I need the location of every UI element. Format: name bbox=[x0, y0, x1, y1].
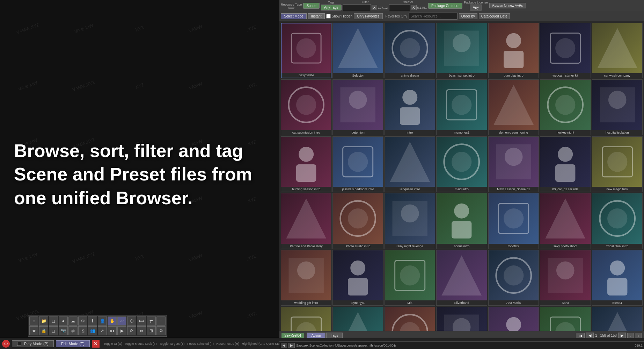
tool-new-button[interactable]: ◻ bbox=[49, 316, 58, 326]
grid-item[interactable]: new magic trick bbox=[592, 136, 643, 192]
filter-bar: Resource Type Scene Tags Any Tags Filter… bbox=[279, 0, 644, 21]
package-creators-button[interactable]: Package Creators bbox=[428, 3, 462, 9]
tool-play-button[interactable]: ▶ bbox=[117, 326, 126, 335]
grid-item[interactable]: anime dream bbox=[385, 23, 435, 78]
rescan-button[interactable]: Rescan for new VARs bbox=[489, 3, 526, 8]
tool-swap-button[interactable]: ⇄ bbox=[147, 316, 156, 326]
tool-info-button[interactable]: ℹ bbox=[88, 316, 97, 326]
grid-item[interactable]: webcam starter kit bbox=[540, 23, 591, 78]
tool-lock-button[interactable]: 🔒 bbox=[39, 326, 48, 335]
grid-area[interactable]: SexySet04Selectoranime dreambeach sunset… bbox=[279, 21, 644, 331]
grid-item[interactable]: jessika's bedroom intro bbox=[332, 136, 383, 192]
order-by-button[interactable]: Order by bbox=[459, 13, 477, 19]
status-next-button[interactable]: ▶ bbox=[288, 343, 295, 348]
grid-item[interactable]: car wash company bbox=[592, 23, 643, 78]
grid-item[interactable] bbox=[385, 307, 435, 331]
grid-item[interactable] bbox=[488, 307, 539, 331]
grid-item[interactable]: Sana bbox=[540, 250, 591, 306]
grid-item[interactable]: bonus intro bbox=[436, 193, 487, 249]
grid-item[interactable]: Ana Maria bbox=[488, 250, 539, 306]
status-prev-button[interactable]: ◀ bbox=[281, 343, 287, 348]
show-hidden-label: Show Hidden bbox=[326, 14, 352, 19]
svg-marker-2 bbox=[338, 28, 378, 68]
tool-transform-button[interactable]: ⬡ bbox=[127, 316, 136, 326]
power-button[interactable]: ⏻ bbox=[2, 340, 10, 348]
license-value-button[interactable]: Any bbox=[470, 5, 482, 10]
scene-filter-button[interactable]: Scene bbox=[303, 3, 319, 9]
tool-menu-button[interactable]: ≡ bbox=[29, 316, 38, 326]
tool-star-button[interactable]: ★ bbox=[29, 326, 38, 335]
tool-rewind-button[interactable]: ⏮ bbox=[108, 326, 117, 335]
select-mode-button[interactable]: Select Mode bbox=[281, 13, 307, 19]
creator-filter-clear-button[interactable]: X bbox=[411, 5, 417, 10]
tool-resize-button[interactable]: ⤢ bbox=[98, 326, 107, 335]
grid-item[interactable]: hospital isolation bbox=[592, 79, 643, 135]
tool-refresh-button[interactable]: ⟳ bbox=[127, 326, 136, 335]
filter-clear-button[interactable]: X bbox=[372, 5, 378, 10]
search-resource-input[interactable] bbox=[409, 13, 458, 20]
tool-cloud-button[interactable]: ☁ bbox=[68, 316, 78, 326]
instant-button[interactable]: Instant bbox=[308, 13, 325, 19]
tool-add-button[interactable]: + bbox=[156, 316, 166, 326]
grid-item[interactable] bbox=[281, 307, 331, 331]
edit-mode-button[interactable]: Edit Mode (E) bbox=[56, 340, 90, 347]
grid-item[interactable]: Silverhand bbox=[436, 250, 487, 306]
grid-item[interactable]: wedding gift intro bbox=[281, 250, 331, 306]
grid-item[interactable]: Synergy1 bbox=[332, 250, 383, 306]
grid-item[interactable]: Selector bbox=[332, 23, 383, 78]
tool-config-button[interactable]: ⚙ bbox=[156, 326, 166, 335]
close-button[interactable]: ✕ bbox=[92, 340, 100, 348]
grid-item[interactable] bbox=[332, 307, 383, 331]
only-favorites-button[interactable]: Only Favorites bbox=[354, 13, 382, 19]
tool-copy-button[interactable]: ⎘ bbox=[78, 326, 87, 335]
grid-item[interactable]: memories1 bbox=[436, 79, 487, 135]
tool-grid-button[interactable]: ⊞ bbox=[147, 326, 156, 335]
grid-item[interactable] bbox=[540, 307, 591, 331]
tool-user-button[interactable]: 👤 bbox=[98, 316, 107, 326]
grid-item[interactable] bbox=[436, 307, 487, 331]
tool-cursor-button[interactable]: ↩ bbox=[117, 316, 126, 326]
grid-item[interactable]: Math Lesson_Scene 01 bbox=[488, 136, 539, 192]
creator-filter-input[interactable] bbox=[389, 4, 410, 11]
tool-settings-button[interactable]: ⚙ bbox=[78, 316, 87, 326]
tool-camera-button[interactable]: 📷 bbox=[59, 326, 68, 335]
grid-item[interactable]: Tribal ritual intro bbox=[592, 193, 643, 249]
grid-item[interactable]: robotUX bbox=[488, 193, 539, 249]
svg-point-10 bbox=[555, 38, 575, 58]
grid-item[interactable]: hockey night bbox=[540, 79, 591, 135]
grid-item[interactable]: Esme4 bbox=[592, 250, 643, 306]
tool-swap2-button[interactable]: ⇄ bbox=[68, 326, 78, 335]
grid-item[interactable]: Photo studio intro bbox=[332, 193, 383, 249]
catalogued-date-button[interactable]: Catalogued Date bbox=[479, 13, 510, 19]
grid-item[interactable]: intro bbox=[385, 79, 435, 135]
grid-item[interactable]: beach sunset intro bbox=[436, 23, 487, 78]
grid-item[interactable]: SexySet04 bbox=[281, 23, 331, 78]
watermark-cell: VAMW.XYZ bbox=[0, 0, 64, 65]
grid-item[interactable]: 03_car_01 car ride bbox=[540, 136, 591, 192]
tool-open-button[interactable]: 📁 bbox=[39, 316, 48, 326]
show-hidden-checkbox[interactable] bbox=[326, 14, 331, 19]
grid-item[interactable]: Mia bbox=[385, 250, 435, 306]
tool-group-button[interactable]: 👥 bbox=[88, 326, 97, 335]
resource-type-button[interactable] bbox=[288, 7, 294, 9]
grid-item[interactable]: hunting season intro bbox=[281, 136, 331, 192]
tool-select-button[interactable]: ◻ bbox=[49, 326, 58, 335]
tool-hand-button[interactable]: ✋ bbox=[108, 316, 117, 326]
grid-item[interactable]: sexy photo shoot bbox=[540, 193, 591, 249]
grid-item[interactable]: rainy night revenge bbox=[385, 193, 435, 249]
any-tags-button[interactable]: Any Tags bbox=[321, 5, 342, 10]
grid-item[interactable]: Perrine and Pablo story bbox=[281, 193, 331, 249]
tool-mirror-button[interactable]: ⟺ bbox=[137, 316, 146, 326]
tool-link-button[interactable]: ⇔ bbox=[137, 326, 146, 335]
filter-input[interactable] bbox=[343, 4, 371, 11]
grid-item[interactable]: demonic summoning bbox=[488, 79, 539, 135]
grid-item[interactable]: maid intro bbox=[436, 136, 487, 192]
grid-item[interactable]: cat submission intro bbox=[281, 79, 331, 135]
grid-item[interactable] bbox=[592, 307, 643, 331]
grid-item[interactable]: detention bbox=[332, 79, 383, 135]
tool-record-button[interactable]: ● bbox=[59, 316, 68, 326]
grid-item[interactable]: lichqueen intro bbox=[385, 136, 435, 192]
grid-item[interactable]: bum play intro bbox=[488, 23, 539, 78]
grid-item-label: rainy night revenge bbox=[385, 244, 435, 249]
play-mode-button[interactable]: Play Mode (P) bbox=[12, 340, 54, 347]
